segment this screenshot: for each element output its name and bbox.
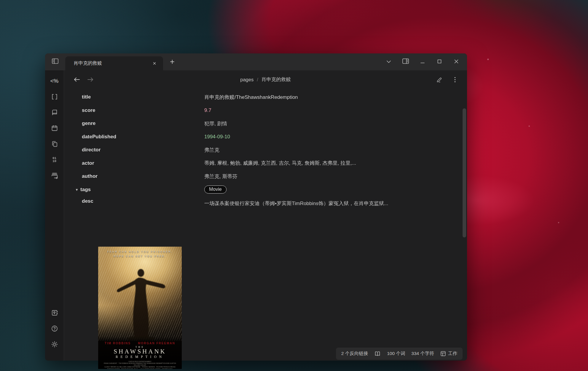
dock-brackets-button[interactable] xyxy=(49,91,60,103)
tab-bar: 肖申克的救赎 ✕ + xyxy=(45,53,467,70)
dock-template-button[interactable]: <% xyxy=(49,75,60,87)
safe-icon xyxy=(51,309,58,316)
forward-button[interactable] xyxy=(87,76,94,83)
nav-arrows xyxy=(73,70,94,89)
minimize-icon xyxy=(420,59,425,65)
workspace-switcher[interactable]: 工作 xyxy=(440,351,457,357)
attr-key: ▾tags xyxy=(64,187,204,193)
calendar-icon xyxy=(51,125,58,132)
poster-actor-names: TIM ROBBINSMORGAN FREEMAN xyxy=(98,342,182,345)
attr-key: score xyxy=(64,107,204,113)
attr-value[interactable]: 蒂姆, 摩根, 鲍勃, 威廉姆, 克兰西, 吉尔, 马克, 詹姆斯, 杰弗里, … xyxy=(204,160,447,167)
tab-title: 肖申克的救赎 xyxy=(74,60,150,66)
kebab-menu-icon xyxy=(454,77,456,83)
book-icon xyxy=(51,109,58,116)
workspace-layout-icon xyxy=(440,351,446,356)
arrow-right-icon xyxy=(87,77,94,82)
more-options-button[interactable] xyxy=(450,75,459,84)
maximize-icon xyxy=(437,59,442,65)
copy-pages-icon xyxy=(51,140,58,148)
attr-row-author[interactable]: author 弗兰克, 斯蒂芬 xyxy=(64,170,467,183)
dock-vault-button[interactable] xyxy=(49,307,60,319)
left-dock: <% xyxy=(45,70,64,361)
breadcrumb: pages / 肖申克的救赎 xyxy=(240,76,291,83)
attr-row-tags[interactable]: ▾tags Movie xyxy=(64,183,467,196)
attr-value: Movie xyxy=(204,186,447,194)
attr-key: desc xyxy=(64,198,204,204)
card-stack-add-icon xyxy=(51,172,58,179)
dock-calendar-button[interactable] xyxy=(49,122,60,134)
maximize-button[interactable] xyxy=(431,53,448,70)
left-panel-icon xyxy=(52,58,59,66)
char-count[interactable]: 334 个字符 xyxy=(411,351,434,357)
poster-credits: CASTLE ROCK ENTERTAINMENT FRANK DARABONT… xyxy=(102,361,178,369)
dock-book-button[interactable] xyxy=(49,107,60,118)
attr-row-score[interactable]: score 9.7 xyxy=(64,104,467,117)
vertical-scrollbar-thumb[interactable] xyxy=(463,108,466,237)
attr-value[interactable]: 肖申克的救赎/TheShawshankRedemption xyxy=(204,94,447,101)
attr-key: datePublished xyxy=(64,134,204,140)
attr-key: title xyxy=(64,94,204,100)
attr-row-actor[interactable]: actor 蒂姆, 摩根, 鲍勃, 威廉姆, 克兰西, 吉尔, 马克, 詹姆斯,… xyxy=(64,157,467,170)
help-icon xyxy=(51,325,58,332)
attr-row-title[interactable]: title 肖申克的救赎/TheShawshankRedemption xyxy=(64,91,467,104)
poster-figure-silhouette xyxy=(107,263,173,341)
gear-icon xyxy=(51,341,58,348)
right-panel-icon xyxy=(402,58,409,66)
attr-value[interactable]: 弗兰克, 斯蒂芬 xyxy=(204,173,447,180)
breadcrumb-separator: / xyxy=(257,77,258,83)
word-count[interactable]: 100 个词 xyxy=(387,351,405,357)
app-body: <% xyxy=(45,70,467,361)
attr-value[interactable]: 1994-09-10 xyxy=(204,134,447,140)
chevron-down-icon xyxy=(386,59,391,65)
close-window-button[interactable] xyxy=(448,53,465,70)
dock-copy-button[interactable] xyxy=(49,138,60,150)
attr-value[interactable]: 一场谋杀案使银行家安迪（蒂姆•罗宾斯TimRobbins饰）蒙冤入狱，在肖申克监… xyxy=(204,198,447,209)
dock-settings-button[interactable] xyxy=(49,338,60,350)
status-bar: 2 个反向链接 100 个词 334 个字符 工作 xyxy=(336,348,463,360)
poster-bottom-panel: TIM ROBBINSMORGAN FREEMAN THE SHAWSHANK … xyxy=(98,337,182,369)
tag-pill-movie[interactable]: Movie xyxy=(204,186,227,194)
movie-poster-image[interactable]: FEAR CAN HOLD YOU PRISONER. HOPE CAN SET… xyxy=(98,247,182,369)
attr-value[interactable]: 犯罪, 剧情 xyxy=(204,120,447,127)
tabbar-spacer xyxy=(181,53,380,70)
back-button[interactable] xyxy=(73,76,81,83)
minimize-button[interactable] xyxy=(414,53,431,70)
poster-tagline: FEAR CAN HOLD YOU PRISONER. HOPE CAN SET… xyxy=(98,250,182,259)
editor-area: pages / 肖申克的救赎 xyxy=(64,70,467,361)
attr-value[interactable]: 9.7 xyxy=(204,107,447,113)
attr-row-director[interactable]: director 弗兰克 xyxy=(64,143,467,157)
app-window: 肖申克的救赎 ✕ + xyxy=(45,53,467,361)
new-tab-button[interactable]: + xyxy=(163,53,181,70)
pencil-icon xyxy=(436,77,443,83)
right-sidebar-toggle-button[interactable] xyxy=(397,53,414,70)
close-icon xyxy=(454,59,458,65)
riff-deck-button[interactable] xyxy=(374,351,381,356)
breadcrumb-current[interactable]: 肖申克的救赎 xyxy=(262,76,291,83)
edit-mode-button[interactable] xyxy=(435,75,444,84)
dock-help-button[interactable] xyxy=(49,323,60,334)
dock-binary-button[interactable]: 0110 xyxy=(49,154,60,166)
desktop-wallpaper: 肖申克的救赎 ✕ + xyxy=(0,0,588,371)
attr-key: director xyxy=(64,147,204,153)
attr-key: author xyxy=(64,173,204,179)
dock-card-add-button[interactable] xyxy=(49,169,60,181)
tab-close-icon[interactable]: ✕ xyxy=(150,59,159,68)
tab-list-dropdown-button[interactable] xyxy=(380,53,397,70)
attr-row-genre[interactable]: genre 犯罪, 剧情 xyxy=(64,117,467,130)
attr-row-datepublished[interactable]: datePublished 1994-09-10 xyxy=(64,130,467,144)
left-sidebar-toggle-button[interactable] xyxy=(45,53,65,70)
open-book-icon xyxy=(374,351,381,356)
attr-value[interactable]: 弗兰克 xyxy=(204,147,447,153)
workspace-name: 工作 xyxy=(448,351,457,357)
attribute-table: title 肖申克的救赎/TheShawshankRedemption scor… xyxy=(64,91,467,220)
breadcrumb-root[interactable]: pages xyxy=(240,77,254,83)
window-controls xyxy=(380,53,467,70)
poster-title: THE SHAWSHANK REDEMPTION xyxy=(98,346,182,359)
attr-row-desc[interactable]: desc 一场谋杀案使银行家安迪（蒂姆•罗宾斯TimRobbins饰）蒙冤入狱，… xyxy=(64,196,467,220)
binary-icon: 0110 xyxy=(52,157,56,163)
tab-shawshank[interactable]: 肖申克的救赎 ✕ xyxy=(65,56,163,70)
attr-key: actor xyxy=(64,160,204,166)
backlink-count[interactable]: 2 个反向链接 xyxy=(341,351,368,357)
collapse-caret-icon[interactable]: ▾ xyxy=(76,188,78,192)
